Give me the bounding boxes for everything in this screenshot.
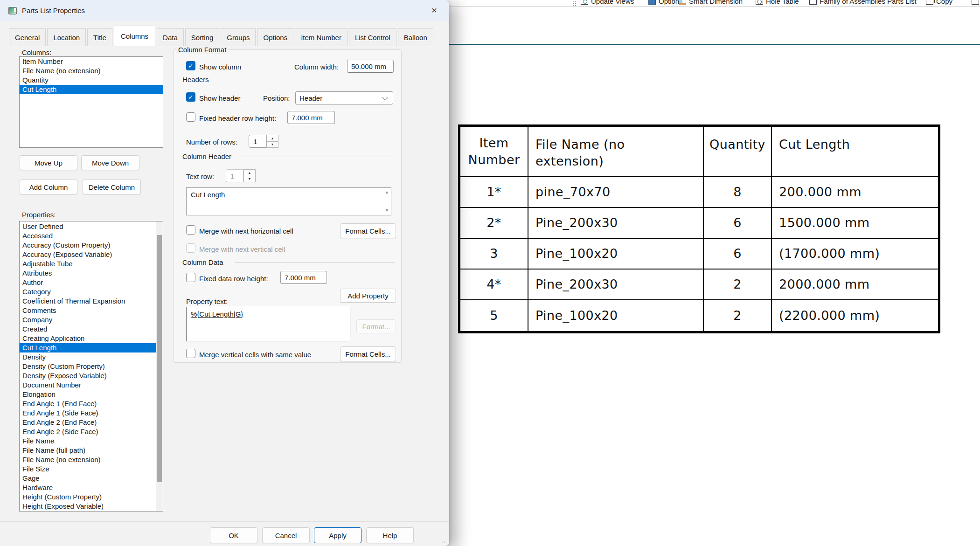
tab-sorting[interactable]: Sorting	[185, 28, 220, 46]
text-row-spinner: ▲ ▼	[243, 169, 256, 182]
properties-list-item[interactable]: Accuracy (Custom Property)	[20, 241, 156, 250]
tab-groups[interactable]: Groups	[221, 28, 256, 46]
columns-list-item[interactable]: Item Number	[20, 57, 163, 66]
tab-item-number[interactable]: Item Number	[295, 28, 348, 46]
text-row-input[interactable]: 1	[226, 169, 243, 182]
merge-same-value-checkbox[interactable]	[186, 349, 195, 358]
properties-list-item[interactable]: File Name (full path)	[20, 446, 156, 455]
properties-list-item[interactable]: Document Number	[20, 380, 156, 390]
fixed-data-row-height-checkbox[interactable]	[186, 273, 195, 282]
properties-list-item[interactable]: End Angle 1 (End Face)	[20, 399, 156, 408]
properties-list-item[interactable]: Density (Exposed Variable)	[20, 371, 156, 380]
parts-list-table[interactable]: Item NumberFile Name (no extension)Quant…	[458, 124, 940, 333]
properties-list-item[interactable]: Elongation	[20, 390, 156, 399]
toolbar-item-update-views[interactable]: Update Views	[581, 0, 634, 6]
fixed-data-row-height-input[interactable]: 7.000 mm	[280, 271, 327, 284]
properties-scrollbar[interactable]	[156, 221, 163, 511]
column-width-input[interactable]: 50.000 mm	[347, 60, 394, 73]
spin-up-button[interactable]: ▲	[266, 135, 278, 142]
tab-balloon[interactable]: Balloon	[398, 28, 433, 46]
hole-table-icon	[756, 0, 763, 5]
format-cells-data-button[interactable]: Format Cells...	[340, 346, 396, 361]
properties-list-item[interactable]: File Name	[20, 436, 156, 446]
tab-columns[interactable]: Columns	[114, 26, 155, 46]
properties-list-item[interactable]: End Angle 1 (Side Face)	[20, 408, 156, 418]
properties-list-item[interactable]: End Angle 2 (Side Face)	[20, 427, 156, 436]
scrollbar-thumb[interactable]	[157, 235, 162, 482]
merge-horizontal-checkbox[interactable]	[186, 225, 195, 235]
toolbar-item-copy[interactable]: Copy	[926, 0, 952, 6]
properties-list-item[interactable]: Attributes	[20, 269, 156, 278]
properties-list-item[interactable]: Accessed	[20, 231, 156, 241]
properties-list-item[interactable]: Author	[20, 278, 156, 287]
toolbar-item-family-of-assemblies-parts-list[interactable]: Family of Assemblies Parts List	[809, 0, 917, 6]
scroll-down-icon[interactable]: ▼	[385, 208, 389, 213]
properties-list-item[interactable]: Created	[20, 325, 156, 334]
property-text-area[interactable]: %{Cut Length|G}	[186, 307, 350, 341]
apply-button[interactable]: Apply	[314, 527, 361, 543]
columns-list-item[interactable]: Cut Length	[20, 85, 163, 94]
headers-separator	[214, 80, 395, 80]
properties-list-item[interactable]: Category	[20, 287, 156, 297]
help-button[interactable]: Help	[366, 527, 414, 543]
properties-list-item[interactable]: Coefficient of Thermal Expansion	[20, 297, 156, 306]
position-dropdown[interactable]: Header	[295, 91, 393, 104]
toolbar-item-smart-dimension[interactable]: Smart Dimension	[679, 0, 743, 6]
tab-data[interactable]: Data	[157, 28, 184, 46]
tab-title[interactable]: Title	[87, 28, 112, 46]
up-arrow-icon: ▲	[271, 137, 274, 140]
number-of-rows-input[interactable]: 1	[249, 135, 266, 148]
show-header-checkbox[interactable]: ✓	[186, 92, 195, 102]
properties-list-item[interactable]: Density (Custom Property)	[20, 362, 156, 371]
tab-list-control[interactable]: List Control	[349, 28, 396, 46]
format-cells-header-button[interactable]: Format Cells...	[340, 223, 396, 238]
properties-list-item[interactable]: Comments	[20, 306, 156, 315]
column-header-separator	[240, 157, 395, 157]
properties-list-item[interactable]: Height (Exposed Variable)	[20, 502, 156, 511]
move-down-button[interactable]: Move Down	[81, 155, 139, 170]
ok-button[interactable]: OK	[210, 527, 257, 543]
position-value: Header	[299, 94, 322, 102]
resize-grip[interactable]	[441, 539, 446, 544]
properties-list-item[interactable]: Adjustable Tube	[20, 259, 156, 269]
properties-list-item[interactable]: File Name (no extension)	[20, 455, 156, 464]
properties-list-item[interactable]: User Defined	[20, 222, 156, 231]
columns-list-item[interactable]: Quantity	[20, 76, 163, 85]
show-column-checkbox[interactable]: ✓	[186, 61, 195, 70]
properties-list-item[interactable]: Gage	[20, 474, 156, 483]
fixed-header-row-height-input[interactable]: 7.000 mm	[287, 111, 335, 124]
columns-list-item[interactable]: File Name (no extension)	[20, 66, 163, 76]
spin-up-button[interactable]: ▲	[243, 169, 256, 176]
properties-list-item[interactable]: Height (Custom Property)	[20, 492, 156, 502]
close-icon[interactable]: ×	[427, 3, 442, 17]
spin-down-button[interactable]: ▼	[243, 176, 256, 183]
tab-location[interactable]: Location	[47, 28, 86, 46]
partial-toolbar-item[interactable]	[972, 0, 979, 6]
properties-list-item[interactable]: Accuracy (Exposed Variable)	[20, 250, 156, 259]
columns-listbox[interactable]: Item NumberFile Name (no extension)Quant…	[19, 56, 163, 148]
add-property-button[interactable]: Add Property	[340, 289, 396, 303]
properties-list-item[interactable]: End Angle 2 (End Face)	[20, 418, 156, 427]
headers-section-label: Headers	[182, 75, 209, 84]
delete-column-button[interactable]: Delete Column	[83, 180, 141, 194]
toolbar-item-options[interactable]: Options	[648, 0, 683, 6]
properties-list-item[interactable]: Company	[20, 315, 156, 325]
fixed-header-row-height-checkbox[interactable]	[186, 112, 195, 122]
properties-list-item[interactable]: File Size	[20, 464, 156, 474]
move-up-button[interactable]: Move Up	[20, 155, 77, 170]
header-text-area[interactable]: Cut Length ▲ ▼	[186, 187, 391, 215]
properties-list-item[interactable]: Hardware	[20, 483, 156, 492]
properties-list-item[interactable]: Density	[20, 352, 156, 362]
properties-listbox[interactable]: User DefinedAccessedAccuracy (Custom Pro…	[19, 221, 163, 511]
properties-list-item[interactable]: Creating Application	[20, 334, 156, 343]
tab-options[interactable]: Options	[257, 28, 293, 46]
tab-general[interactable]: General	[9, 28, 46, 46]
cancel-button[interactable]: Cancel	[262, 527, 310, 543]
toolbar-item-label: Update Views	[591, 0, 634, 5]
properties-list-item[interactable]: Cut Length	[20, 343, 156, 352]
scroll-up-icon[interactable]: ▲	[385, 190, 389, 194]
add-column-button[interactable]: Add Column	[20, 180, 77, 194]
toolbar-item-hole-table[interactable]: Hole Table	[756, 0, 799, 6]
position-label: Position:	[263, 94, 290, 103]
spin-down-button[interactable]: ▼	[266, 142, 278, 148]
